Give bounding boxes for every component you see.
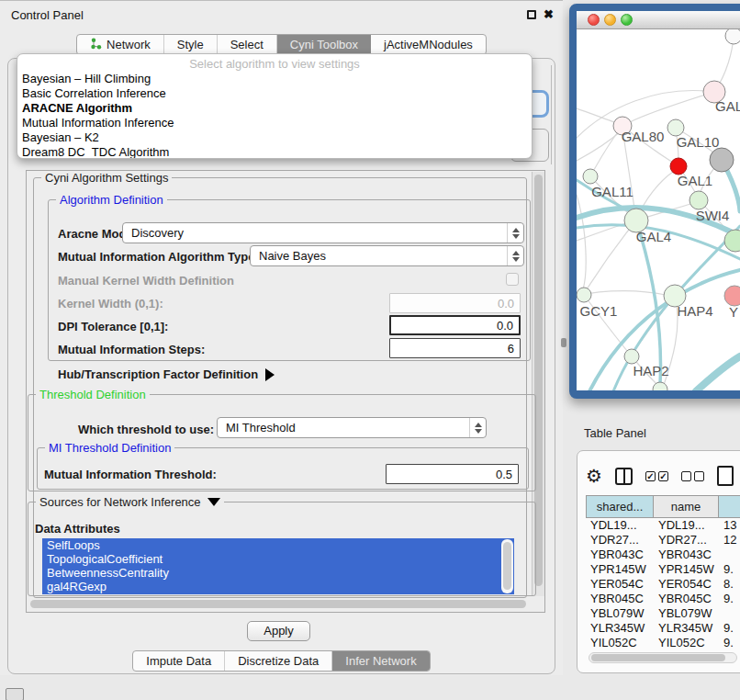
table-cell: YDR27...: [654, 533, 719, 548]
tab-style[interactable]: Style: [164, 35, 218, 54]
network-edge: [630, 92, 714, 122]
algorithm-option-bayesian-k2[interactable]: Bayesian – K2: [17, 130, 532, 145]
network-node[interactable]: [724, 286, 740, 306]
table-cell: 8.: [719, 577, 740, 592]
table-cell: [719, 548, 740, 562]
network-node[interactable]: [725, 29, 740, 44]
algorithm-option-basic-correlation-inference[interactable]: Basic Correlation Inference: [17, 86, 532, 101]
network-node[interactable]: [577, 288, 591, 302]
tab-jactivemnodules[interactable]: jActiveMNodules: [371, 35, 486, 54]
table-row[interactable]: YLR345WYLR345W9.: [586, 621, 740, 636]
column-header-a[interactable]: A: [719, 495, 740, 518]
zoom-window-icon[interactable]: [621, 14, 633, 26]
node-label-gal80: GAL80: [622, 129, 665, 144]
kernel-width-input[interactable]: [389, 293, 521, 313]
float-panel-icon[interactable]: [527, 10, 536, 19]
data-attributes-list[interactable]: SelfLoopsTopologicalCoefficientBetweenne…: [42, 538, 514, 594]
mi-steps-input[interactable]: [389, 338, 521, 358]
close-window-icon[interactable]: [588, 14, 600, 26]
node-label-gal: GAL: [715, 98, 740, 114]
tab-network[interactable]: Network: [77, 35, 164, 54]
algorithm-option-dream8-dc-tdc-algorithm[interactable]: Dream8 DC_TDC Algorithm: [17, 145, 532, 159]
close-panel-icon[interactable]: ✖: [544, 8, 554, 20]
algorithm-option-mutual-information-inference[interactable]: Mutual Information Inference: [17, 116, 532, 130]
network-view-window: GALGAL80GAL10GAL1GAL11SWI4GAL4GCY1HAP4YH…: [569, 4, 740, 399]
manual-kernel-checkbox[interactable]: [506, 273, 519, 286]
tab-discretize-data[interactable]: Discretize Data: [225, 651, 332, 671]
minimize-window-icon[interactable]: [604, 14, 616, 26]
apply-button[interactable]: Apply: [247, 621, 310, 641]
sources-group-title: Sources for Network Inference: [39, 495, 201, 509]
sources-group-title-row[interactable]: Sources for Network Inference: [36, 495, 224, 509]
tab-impute-data[interactable]: Impute Data: [133, 651, 225, 671]
network-node[interactable]: [624, 349, 639, 364]
network-window-titlebar[interactable]: [577, 11, 740, 29]
column-header-name[interactable]: name: [654, 495, 719, 518]
panel-splitter-handle[interactable]: [561, 338, 566, 347]
table-settings-gear-icon[interactable]: ⚙: [586, 467, 602, 485]
table-row[interactable]: YPR145WYPR145W9.: [586, 562, 740, 577]
table-cell: YBL079W: [654, 606, 719, 621]
attributes-scroll-thumb[interactable]: [503, 542, 511, 590]
network-node[interactable]: [690, 191, 708, 209]
table-row[interactable]: YDR27...YDR27...12: [586, 533, 740, 548]
settings-horizontal-scrollbar[interactable]: [28, 598, 530, 610]
network-edge: [696, 356, 740, 391]
network-canvas[interactable]: GALGAL80GAL10GAL1GAL11SWI4GAL4GCY1HAP4YH…: [577, 29, 740, 390]
table-row[interactable]: YDL19...YDL19...13: [586, 518, 740, 533]
tab-cyni-toolbox[interactable]: Cyni Toolbox: [277, 35, 371, 54]
tab-label: Select: [230, 38, 263, 51]
algorithm-option-aracne-algorithm[interactable]: ARACNE Algorithm: [17, 101, 532, 116]
table-row[interactable]: YBR043CYBR043C: [586, 548, 740, 562]
select-all-checkboxes-icon[interactable]: ✓ ✓: [645, 471, 668, 481]
manual-kernel-label: Manual Kernel Width Definition: [58, 274, 234, 288]
table-row[interactable]: YIL052CYIL052C9.: [586, 636, 740, 649]
node-table: shared...nameA YDL19...YDL19...13YDR27..…: [586, 495, 740, 649]
network-edge: [587, 220, 636, 289]
column-header-shared-[interactable]: shared...: [586, 495, 654, 518]
table-scroll-thumb[interactable]: [591, 654, 725, 661]
table-cell: 12: [719, 533, 740, 548]
export-table-icon[interactable]: [717, 466, 734, 486]
table-cell: 13: [719, 518, 740, 533]
which-threshold-select[interactable]: MI Threshold: [217, 417, 487, 438]
tab-label: Infer Network: [345, 654, 416, 668]
network-edge: [577, 195, 586, 289]
network-node[interactable]: [583, 169, 598, 184]
tab-infer-network[interactable]: Infer Network: [332, 651, 429, 671]
algorithm-definition-title: Algorithm Definition: [56, 193, 167, 207]
table-row[interactable]: YBR045CYBR045C9.: [586, 592, 740, 606]
table-cell: YLR345W: [654, 621, 719, 636]
tab-select[interactable]: Select: [218, 35, 277, 54]
node-label-hap2: HAP2: [633, 363, 668, 378]
network-node[interactable]: [653, 382, 667, 397]
attribute-item-selfloops[interactable]: SelfLoops: [42, 538, 514, 552]
attribute-item-topologicalcoefficient[interactable]: TopologicalCoefficient: [42, 552, 514, 566]
dpi-tolerance-input[interactable]: [389, 315, 521, 335]
table-row[interactable]: YER054CYER054C8.: [586, 577, 740, 592]
aracne-mode-select[interactable]: Discovery: [122, 222, 524, 243]
table-row[interactable]: YBL079WYBL079W: [586, 606, 740, 621]
attribute-item-gal4rgexp[interactable]: gal4RGexp: [42, 580, 514, 593]
deselect-all-checkboxes-icon[interactable]: [681, 471, 704, 481]
network-edge: [636, 220, 661, 384]
mi-type-select[interactable]: Naive Bayes: [250, 245, 524, 266]
network-node[interactable]: [710, 148, 734, 172]
node-label-hap4: HAP4: [677, 303, 712, 319]
horizontal-scroll-thumb[interactable]: [30, 600, 526, 608]
algorithm-option-bayesian-hill-climbing[interactable]: Bayesian – Hill Climbing: [17, 72, 532, 86]
which-threshold-value: MI Threshold: [218, 421, 469, 435]
hub-definition-expander[interactable]: Hub/Transcription Factor Definition: [58, 367, 275, 381]
column-visibility-icon[interactable]: [615, 468, 633, 485]
tab-label: Style: [177, 38, 204, 51]
data-attributes-label: Data Attributes: [35, 522, 120, 536]
stepper-icon: [469, 418, 486, 437]
network-node[interactable]: [724, 230, 740, 252]
attributes-list-scrollbar[interactable]: [501, 539, 513, 593]
node-label-swi4: SWI4: [696, 208, 730, 223]
table-horizontal-scrollbar[interactable]: [589, 652, 737, 663]
table-cell: YDL19...: [654, 518, 719, 533]
attribute-item-betweennesscentrality[interactable]: BetweennessCentrality: [42, 566, 514, 580]
mi-threshold-input[interactable]: [386, 464, 519, 484]
collapsed-panel-chip[interactable]: [6, 688, 24, 700]
